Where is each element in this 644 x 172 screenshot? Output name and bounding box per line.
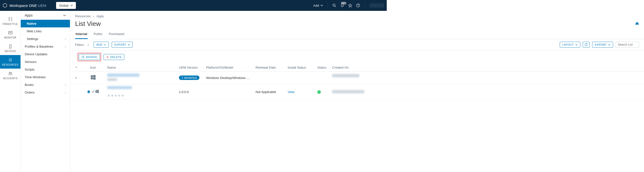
star-icon[interactable] xyxy=(348,3,352,8)
svg-point-17 xyxy=(9,60,10,60)
main-content: Resources › Apps List View Internal Publ… xyxy=(70,11,387,103)
col-name[interactable]: Name xyxy=(107,66,179,69)
col-created[interactable]: Created On xyxy=(332,66,387,69)
col-status[interactable]: Status xyxy=(317,66,332,69)
rail-accounts[interactable]: ACCOUNTS xyxy=(0,69,20,82)
row-collapse-toggle[interactable]: ▾ xyxy=(75,76,77,80)
table-row: ▾ ██████ █████ ██ ████ 1 version(s) Wind… xyxy=(70,72,387,84)
col-platform[interactable]: Platform/OS/Model xyxy=(206,66,256,69)
rail-resources[interactable]: RESOURCES xyxy=(0,55,20,69)
app-name[interactable]: ██████ █████ ██ xyxy=(107,86,132,89)
row-select-radio[interactable] xyxy=(88,90,90,93)
col-renewal[interactable]: Renewal Date xyxy=(256,66,288,69)
sidebar-item-sensors[interactable]: Sensors xyxy=(21,58,70,66)
table-row: ██████ █████ ██ ★★★★★ 1.0.0.0 Not Applic… xyxy=(70,84,387,100)
divider xyxy=(365,2,365,9)
breadcrumb-root[interactable]: Resources xyxy=(75,14,90,18)
chevron-right-icon: › xyxy=(65,91,66,94)
accounts-icon xyxy=(8,71,13,76)
chevron-down-icon xyxy=(104,44,106,46)
chevron-down-icon xyxy=(320,4,323,7)
rating-stars: ★★★★★ xyxy=(107,94,124,97)
svg-point-20 xyxy=(9,61,10,61)
delete-button[interactable]: DELETE xyxy=(104,54,124,60)
status-ok-icon: ✓ xyxy=(317,90,321,94)
sidebar-heading-apps[interactable]: Apps xyxy=(21,11,70,20)
sidebar-item-scripts[interactable]: Scripts xyxy=(21,66,70,73)
hexagon-logo-icon xyxy=(2,3,8,8)
sidebar-item-orders[interactable]: Orders› xyxy=(21,89,70,96)
svg-point-6 xyxy=(11,17,12,18)
sidebar-item-weblinks[interactable]: Web Links xyxy=(21,27,70,35)
table-header: Icon Name UEM Version Platform/OS/Model … xyxy=(70,64,387,72)
sidebar-item-native[interactable]: Native xyxy=(21,20,70,27)
search-icon[interactable] xyxy=(332,3,336,8)
rail-freestyle[interactable]: FREESTYLE xyxy=(0,14,20,28)
sidebar-item-books[interactable]: Books› xyxy=(21,81,70,89)
chevron-right-icon: › xyxy=(65,37,66,41)
svg-marker-0 xyxy=(3,3,7,8)
resources-icon xyxy=(8,57,13,62)
rail-devices[interactable]: DEVICES xyxy=(0,41,20,55)
svg-point-16 xyxy=(11,59,12,59)
tab-internal[interactable]: Internal xyxy=(75,30,88,39)
chevron-down-icon xyxy=(128,44,130,46)
windows-icon xyxy=(95,89,99,94)
help-icon[interactable] xyxy=(356,3,360,8)
svg-rect-28 xyxy=(91,75,93,77)
col-icon[interactable]: Icon xyxy=(90,66,107,69)
svg-point-22 xyxy=(11,61,12,61)
svg-rect-30 xyxy=(91,77,93,79)
created-cell: ██████ ████ ██ xyxy=(332,74,359,77)
svg-point-24 xyxy=(11,73,12,74)
monitor-icon xyxy=(8,30,13,35)
product-name: Workspace ONE UEM xyxy=(10,3,46,8)
col-uem-version[interactable]: UEM Version xyxy=(179,66,206,69)
svg-point-15 xyxy=(10,59,11,59)
sidebar-item-settings[interactable]: Settings› xyxy=(21,35,70,43)
toolbar: Filters » ADD EXPORT LAYOUT EXPORT xyxy=(70,39,387,50)
sidebar-item-profiles[interactable]: Profiles & Baselines› xyxy=(21,43,70,50)
col-install[interactable]: Install Status xyxy=(288,66,317,69)
page-title: List View xyxy=(75,20,101,28)
breadcrumb-leaf[interactable]: Apps xyxy=(96,14,104,18)
notification-badge: 99+ xyxy=(341,2,346,5)
assign-icon xyxy=(82,55,84,58)
chevron-down-icon xyxy=(63,14,66,17)
version-cell: 1.0.0.0 xyxy=(179,90,206,94)
app-name[interactable]: ██████ █████ ██ xyxy=(107,74,140,77)
assign-button[interactable]: ASSIGN xyxy=(79,54,100,60)
tab-purchased[interactable]: Purchased xyxy=(108,30,124,39)
bell-icon[interactable]: 99+ xyxy=(340,3,344,8)
sidebar-item-device-updates[interactable]: Device Updates xyxy=(21,50,70,58)
windows-icon xyxy=(90,74,96,81)
export-button[interactable]: EXPORT xyxy=(112,42,133,48)
platform-cell: Windows Desktop/Windows … xyxy=(206,76,256,80)
tab-public[interactable]: Public xyxy=(93,30,103,39)
divider xyxy=(328,2,328,9)
filters-toggle[interactable]: Filters » xyxy=(75,43,89,47)
sidebar: Apps Native Web Links Settings› Profiles… xyxy=(21,11,70,103)
rail-monitor[interactable]: MONITOR xyxy=(0,28,20,41)
org-selector[interactable]: Global xyxy=(56,2,76,9)
edit-icon[interactable] xyxy=(92,90,95,94)
version-badge: 1 version(s) xyxy=(179,75,200,80)
svg-rect-33 xyxy=(97,90,99,91)
chevron-down-icon xyxy=(70,4,73,7)
sidebar-item-time-windows[interactable]: Time Windows xyxy=(21,73,70,81)
created-cell: ██████ ████ ██ xyxy=(332,90,364,93)
product-logo: Workspace ONE UEM xyxy=(2,3,46,8)
left-rail: FREESTYLE MONITOR DEVICES RESOURCES ACCO… xyxy=(0,11,21,103)
devices-icon xyxy=(8,44,13,49)
svg-point-1 xyxy=(333,4,335,6)
sort-icon[interactable] xyxy=(75,66,78,69)
install-status-link[interactable]: View xyxy=(288,90,294,94)
svg-rect-7 xyxy=(8,19,10,21)
tenant-indicator[interactable] xyxy=(370,3,384,8)
add-menu[interactable]: Add xyxy=(313,4,323,7)
svg-rect-31 xyxy=(93,77,96,80)
tabs: Internal Public Purchased xyxy=(70,30,387,39)
add-button[interactable]: ADD xyxy=(94,42,109,48)
chevron-right-icon: › xyxy=(93,14,94,18)
svg-rect-35 xyxy=(97,92,99,93)
